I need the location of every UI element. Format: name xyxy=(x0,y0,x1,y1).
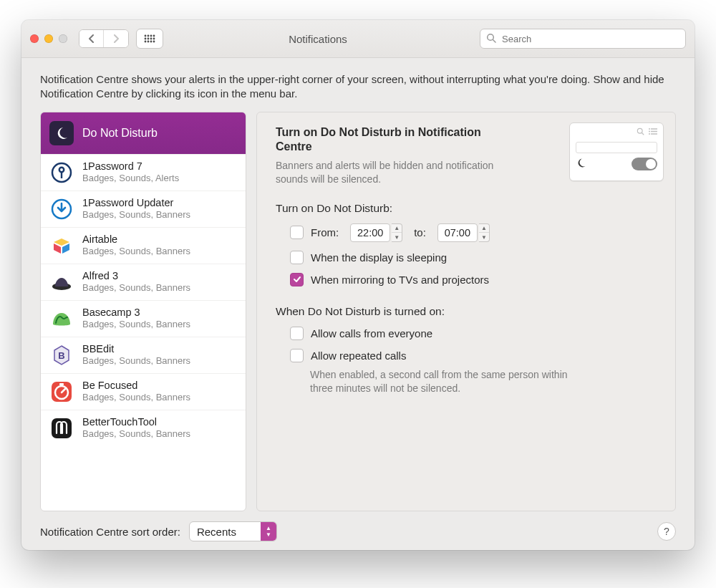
app-icon xyxy=(49,307,74,331)
close-window-button[interactable] xyxy=(30,34,39,43)
svg-line-13 xyxy=(493,39,496,42)
app-row-alfred[interactable]: Alfred 3 Badges, Sounds, Banners xyxy=(41,264,246,301)
show-all-button[interactable] xyxy=(136,29,163,49)
app-row-sub: Badges, Sounds, Alerts xyxy=(82,173,179,184)
app-row-label: BBEdit xyxy=(82,343,190,355)
detail-subheading: Banners and alerts will be hidden and no… xyxy=(276,159,505,186)
content-area: Notification Centre shows your alerts in… xyxy=(21,58,695,550)
checkbox-mirror[interactable] xyxy=(290,273,304,286)
svg-marker-20 xyxy=(62,244,69,254)
svg-rect-26 xyxy=(59,383,64,385)
app-icon xyxy=(49,270,74,294)
svg-point-10 xyxy=(150,41,153,43)
app-row-label: Do Not Disturb xyxy=(82,126,158,140)
opt-display-sleeping[interactable]: When the display is sleeping xyxy=(290,251,659,264)
app-icon: B xyxy=(49,343,74,367)
detail-panel: Turn on Do Not Disturb in Notification C… xyxy=(256,112,676,512)
forward-button[interactable] xyxy=(104,30,128,47)
app-row-label: Basecamp 3 xyxy=(82,307,190,319)
svg-line-30 xyxy=(642,132,644,135)
from-time-input[interactable]: 22:00 xyxy=(350,223,390,242)
app-row-be-focused[interactable]: Be Focused Badges, Sounds, Banners xyxy=(41,374,246,410)
app-row-1password-updater[interactable]: 1Password Updater Badges, Sounds, Banner… xyxy=(41,191,246,228)
checkbox-sleep[interactable] xyxy=(290,251,304,264)
list-icon xyxy=(649,127,657,138)
app-icon xyxy=(49,233,74,258)
svg-marker-19 xyxy=(54,244,61,254)
titlebar: Notifications xyxy=(21,20,695,58)
opt-label: Allow calls from everyone xyxy=(311,327,432,339)
app-row-btt[interactable]: BetterTouchTool Badges, Sounds, Banners xyxy=(41,410,246,446)
when-on-heading: When Do Not Disturb is turned on: xyxy=(276,305,659,318)
app-row-label: BetterTouchTool xyxy=(82,416,190,428)
schedule-heading: Turn on Do Not Disturb: xyxy=(276,202,659,215)
app-row-label: 1Password Updater xyxy=(82,197,190,209)
search-icon xyxy=(486,33,496,45)
app-row-airtable[interactable]: Airtable Badges, Sounds, Banners xyxy=(41,228,246,264)
preferences-window: Notifications Notification Centre shows … xyxy=(21,20,695,550)
detail-heading: Turn on Do Not Disturb in Notification C… xyxy=(276,125,490,155)
svg-point-29 xyxy=(637,128,642,133)
app-row-do-not-disturb[interactable]: Do Not Disturb xyxy=(41,112,246,155)
search-icon xyxy=(637,127,644,138)
to-time-input[interactable]: 07:00 xyxy=(437,223,478,242)
opt-allow-calls-everyone[interactable]: Allow calls from everyone xyxy=(290,327,659,340)
svg-point-3 xyxy=(153,35,155,37)
app-row-sub: Badges, Sounds, Banners xyxy=(82,319,190,330)
checkbox-calls-everyone[interactable] xyxy=(290,327,304,340)
app-icon xyxy=(49,160,74,185)
svg-point-8 xyxy=(145,41,147,43)
svg-point-5 xyxy=(147,38,150,40)
window-controls xyxy=(30,34,67,43)
app-row-sub: Badges, Sounds, Banners xyxy=(82,282,190,294)
svg-point-34 xyxy=(649,128,650,130)
sort-order-label: Notification Centre sort order: xyxy=(40,526,180,538)
opt-label: When mirroring to TVs and projectors xyxy=(311,274,489,286)
footer: Notification Centre sort order: Recents … xyxy=(40,511,676,541)
app-row-label: 1Password 7 xyxy=(82,160,179,173)
svg-text:B: B xyxy=(58,350,64,361)
app-icon xyxy=(49,197,74,221)
app-row-sub: Badges, Sounds, Banners xyxy=(82,392,190,403)
opt-label: Allow repeated calls xyxy=(311,350,406,362)
back-button[interactable] xyxy=(79,30,104,47)
search-input[interactable] xyxy=(500,33,679,45)
help-button[interactable]: ? xyxy=(657,522,676,541)
search-field[interactable] xyxy=(480,29,686,49)
sort-order-select[interactable]: Recents ▲▼ xyxy=(189,521,277,541)
svg-point-2 xyxy=(150,35,153,37)
window-title: Notifications xyxy=(170,33,473,45)
to-label: to: xyxy=(414,226,426,238)
app-icon xyxy=(49,416,74,440)
svg-point-35 xyxy=(649,130,650,132)
app-list[interactable]: Do Not Disturb 1Password 7 Badges, Sound… xyxy=(40,112,246,512)
zoom-window-button[interactable] xyxy=(59,34,67,43)
app-row-label: Be Focused xyxy=(82,380,190,392)
svg-point-7 xyxy=(153,38,155,40)
app-row-label: Alfred 3 xyxy=(82,270,190,282)
minimize-window-button[interactable] xyxy=(44,34,53,43)
to-time-stepper[interactable]: ▲▼ xyxy=(479,223,490,242)
moon-icon xyxy=(49,121,74,145)
chevron-up-down-icon: ▲▼ xyxy=(261,522,276,541)
app-row-label: Airtable xyxy=(82,233,190,246)
checkbox-from[interactable] xyxy=(290,226,304,239)
checkbox-repeated-calls[interactable] xyxy=(290,349,304,362)
app-icon xyxy=(49,380,74,404)
sort-order-value: Recents xyxy=(190,526,261,538)
app-row-sub: Badges, Sounds, Banners xyxy=(82,209,190,221)
opt-allow-repeated-calls[interactable]: Allow repeated calls xyxy=(290,349,659,362)
opt-mirroring[interactable]: When mirroring to TVs and projectors xyxy=(290,273,659,286)
svg-point-4 xyxy=(145,38,147,40)
app-row-sub: Badges, Sounds, Banners xyxy=(82,246,190,257)
svg-point-36 xyxy=(649,133,650,135)
app-row-basecamp[interactable]: Basecamp 3 Badges, Sounds, Banners xyxy=(41,301,246,337)
svg-point-9 xyxy=(147,41,150,43)
opt-label: When the display is sleeping xyxy=(311,251,447,264)
from-label: From: xyxy=(311,226,339,238)
from-time-stepper[interactable]: ▲▼ xyxy=(392,223,402,242)
dnd-switch-preview xyxy=(632,158,657,170)
app-row-1password[interactable]: 1Password 7 Badges, Sounds, Alerts xyxy=(41,155,246,191)
app-row-bbedit[interactable]: B BBEdit Badges, Sounds, Banners xyxy=(41,337,246,374)
app-row-sub: Badges, Sounds, Banners xyxy=(82,428,190,440)
